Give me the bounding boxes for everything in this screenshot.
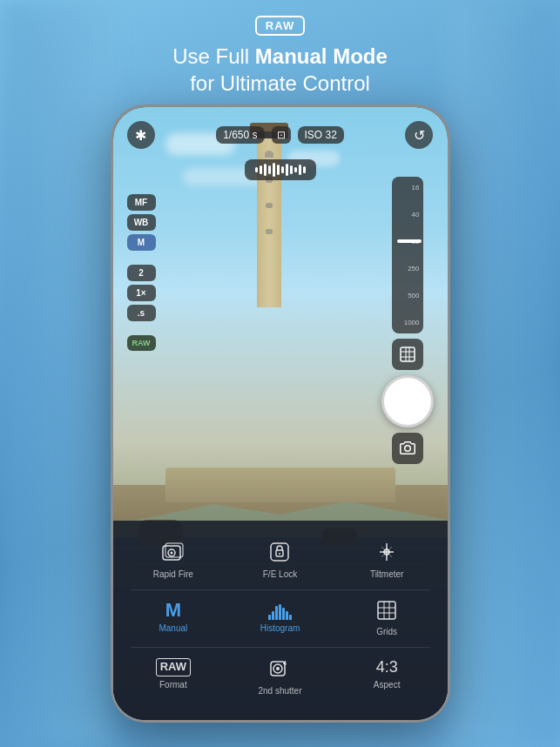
svg-point-22 xyxy=(276,667,280,670)
wave-5 xyxy=(273,163,275,177)
grids-icon xyxy=(377,601,396,623)
fe-lock-icon xyxy=(269,542,290,566)
panel-row-1: Rapid Fire F/E Lock xyxy=(122,535,439,586)
zoom-1x-button[interactable]: 1× xyxy=(127,285,156,301)
aspect-label: Aspect xyxy=(374,680,401,690)
svg-rect-0 xyxy=(401,347,415,361)
raw-format-icon: RAW xyxy=(156,658,191,676)
iso-tick-250: 250 xyxy=(408,265,419,273)
phone-frame: ✱ 1/650 s ⊡ ISO 32 ↺ MF WB M 2 xyxy=(111,104,450,723)
raw-indicator: RAW xyxy=(127,335,156,351)
fe-lock-label: F/E Lock xyxy=(263,569,297,579)
aspect-icon: 4:3 xyxy=(376,658,398,676)
second-shutter-label: 2nd shutter xyxy=(258,686,301,696)
wave-12 xyxy=(303,166,306,173)
bottom-panel: Rapid Fire F/E Lock xyxy=(113,521,448,720)
raw-badge: RAW xyxy=(255,16,305,36)
refresh-icon[interactable]: ↺ xyxy=(405,121,433,149)
headline-bold: Manual Mode xyxy=(255,44,388,68)
svg-rect-15 xyxy=(378,602,395,619)
shutter-button[interactable] xyxy=(381,375,434,427)
raw-format-label: Format xyxy=(159,680,187,690)
aspect-button[interactable]: 4:3 Aspect xyxy=(335,651,439,703)
panel-divider-1 xyxy=(131,589,430,590)
iso-tick-1000: 1000 xyxy=(404,319,420,326)
fe-lock-button[interactable]: F/E Lock xyxy=(228,535,332,586)
svg-point-8 xyxy=(170,552,172,555)
shutter-speed-display[interactable]: 1/650 s xyxy=(216,126,264,144)
wb-button[interactable]: WB xyxy=(127,214,156,231)
panel-row-3: RAW Format 4 2nd shutter 4:3 Aspect xyxy=(122,651,439,703)
bg-blur-left xyxy=(0,0,113,747)
second-shutter-icon: 4 xyxy=(268,658,291,683)
panel-divider-2 xyxy=(131,647,430,648)
grid-toggle-button[interactable] xyxy=(392,339,423,370)
manual-label: Manual xyxy=(159,623,187,633)
wave-6 xyxy=(277,165,280,175)
rapid-fire-button[interactable]: Rapid Fire xyxy=(122,535,226,586)
wave-4 xyxy=(268,165,271,174)
zoom-s-button[interactable]: .s xyxy=(127,305,156,321)
left-controls: MF WB M 2 1× .s RAW xyxy=(127,194,156,351)
tiltmeter-button[interactable]: Tiltmeter xyxy=(335,535,439,586)
flip-camera-button[interactable] xyxy=(392,433,423,464)
panel-row-2: M Manual Histogram xyxy=(122,594,439,643)
wave-10 xyxy=(294,167,297,172)
right-controls: 16 40 32 250 500 1000 xyxy=(381,177,434,464)
grids-button[interactable]: Grids xyxy=(335,594,439,643)
wave-1 xyxy=(255,167,258,172)
iso-tick-16: 16 xyxy=(412,184,420,192)
wall-upper xyxy=(165,468,395,502)
grids-label: Grids xyxy=(376,627,397,636)
manual-button[interactable]: M Manual xyxy=(122,594,226,643)
tiltmeter-icon xyxy=(376,542,397,566)
headline-part1: Use Full xyxy=(172,44,255,68)
rapid-fire-icon xyxy=(162,542,185,566)
tiltmeter-label: Tiltmeter xyxy=(370,569,404,579)
wave-7 xyxy=(281,166,284,173)
exposure-icon[interactable]: ⊡ xyxy=(272,126,291,144)
wave-11 xyxy=(299,165,301,175)
raw-format-button[interactable]: RAW Format xyxy=(122,651,226,703)
iso-tick-500: 500 xyxy=(408,292,419,299)
iso-handle xyxy=(397,239,422,243)
headline-part2: for Ultimate Control xyxy=(190,71,370,95)
svg-point-11 xyxy=(279,553,280,555)
audio-waves xyxy=(255,163,306,177)
manual-icon: M xyxy=(165,601,181,620)
rapid-fire-label: Rapid Fire xyxy=(153,569,193,579)
histogram-icon xyxy=(268,601,292,620)
wave-9 xyxy=(290,165,293,174)
settings-icon[interactable]: ✱ xyxy=(127,121,155,149)
iso-slider[interactable]: 16 40 32 250 500 1000 xyxy=(392,177,423,333)
bg-blur-right xyxy=(447,0,560,747)
camera-icon xyxy=(399,440,416,457)
headline: Use Full Manual Mode for Ultimate Contro… xyxy=(0,43,560,97)
iso-tick-32: 40 xyxy=(412,211,420,219)
wave-2 xyxy=(260,165,262,174)
camera-top-bar: ✱ 1/650 s ⊡ ISO 32 ↺ xyxy=(127,121,434,149)
histogram-button[interactable]: Histogram xyxy=(228,594,332,643)
svg-text:4: 4 xyxy=(283,660,287,666)
wave-8 xyxy=(286,164,288,176)
mf-button[interactable]: MF xyxy=(127,194,156,211)
histogram-label: Histogram xyxy=(260,623,300,633)
second-shutter-button[interactable]: 4 2nd shutter xyxy=(228,651,332,703)
m-mode-button[interactable]: M xyxy=(127,234,156,251)
wave-3 xyxy=(264,164,267,176)
grid-svg-icon xyxy=(400,347,415,362)
iso-display[interactable]: ISO 32 xyxy=(298,126,344,144)
zoom-2-button[interactable]: 2 xyxy=(127,265,156,281)
audio-level-bar xyxy=(245,159,316,180)
header: RAW Use Full Manual Mode for Ultimate Co… xyxy=(0,0,560,107)
